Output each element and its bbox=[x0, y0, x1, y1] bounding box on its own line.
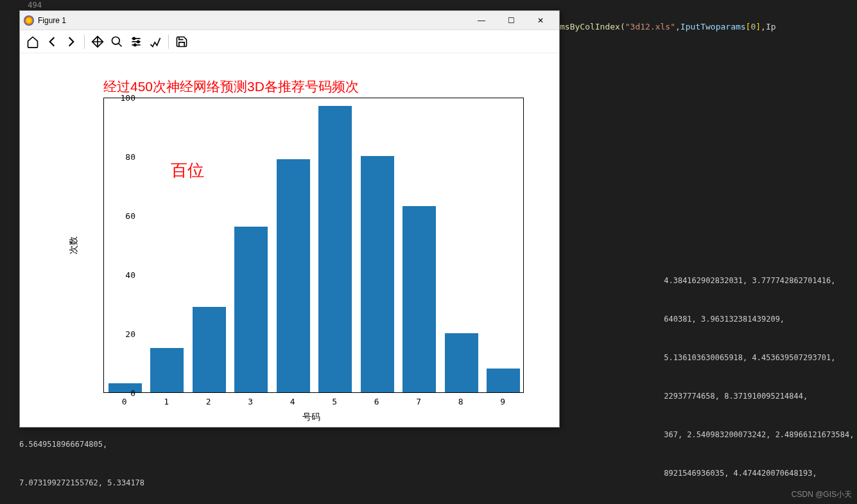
close-button[interactable]: ✕ bbox=[526, 12, 555, 30]
x-tick-label: 2 bbox=[206, 397, 211, 406]
pan-icon[interactable] bbox=[89, 33, 107, 51]
toolbar-separator bbox=[168, 35, 169, 49]
y-tick-label: 80 bbox=[125, 152, 135, 162]
toolbar-separator bbox=[84, 35, 85, 49]
configure-icon[interactable] bbox=[127, 33, 145, 51]
y-axis-label: 次数 bbox=[68, 236, 80, 254]
editor-background: 494 IputTwoparams=(5,5) bbox=[0, 0, 857, 11]
x-tick-label: 4 bbox=[290, 397, 295, 406]
svg-point-0 bbox=[112, 37, 120, 44]
bar bbox=[361, 156, 394, 392]
svg-point-5 bbox=[133, 37, 135, 39]
save-icon[interactable] bbox=[173, 33, 191, 51]
bar bbox=[403, 206, 436, 392]
console-line: 367, 2.540983200073242, 2.48966121673584… bbox=[19, 430, 857, 449]
x-tick-label: 9 bbox=[500, 397, 505, 406]
x-axis-label: 号码 bbox=[302, 412, 320, 423]
y-tick-label: 40 bbox=[125, 270, 135, 280]
back-icon[interactable] bbox=[43, 33, 61, 51]
y-tick-label: 20 bbox=[125, 329, 135, 339]
maximize-button[interactable]: ☐ bbox=[496, 12, 526, 30]
console-line: 8921546936035, 4.474420070648193, 7.0731… bbox=[19, 469, 857, 488]
bar bbox=[108, 383, 142, 392]
code-line: 494 IputTwoparams=(5,5) bbox=[19, 0, 857, 11]
x-tick-label: 0 bbox=[122, 397, 127, 406]
titlebar[interactable]: Figure 1 — ☐ ✕ bbox=[20, 11, 559, 30]
home-icon[interactable] bbox=[24, 33, 42, 51]
x-tick-label: 3 bbox=[248, 397, 253, 406]
matplotlib-icon bbox=[24, 15, 34, 26]
y-tick-label: 60 bbox=[125, 211, 135, 221]
edit-icon[interactable] bbox=[146, 33, 164, 51]
bar bbox=[150, 348, 184, 392]
svg-point-6 bbox=[137, 40, 139, 42]
bar bbox=[487, 369, 520, 392]
bar bbox=[193, 307, 226, 392]
line-number: 494 bbox=[19, 0, 51, 11]
watermark: CSDN @GIS小天 bbox=[792, 489, 852, 500]
bar bbox=[318, 106, 352, 392]
matplotlib-toolbar bbox=[20, 30, 559, 53]
bar bbox=[445, 333, 478, 392]
x-tick-label: 1 bbox=[164, 397, 169, 406]
axis-box bbox=[103, 98, 524, 393]
x-tick-label: 7 bbox=[416, 397, 421, 406]
chart-title: 经过450次神经网络预测3D各推荐号码频次 bbox=[103, 78, 359, 96]
window-title: Figure 1 bbox=[38, 16, 467, 25]
forward-icon[interactable] bbox=[62, 33, 80, 51]
plot-area: 经过450次神经网络预测3D各推荐号码频次 百位 次数 号码 020406080… bbox=[20, 53, 559, 427]
x-tick-label: 8 bbox=[458, 397, 463, 406]
zoom-icon[interactable] bbox=[108, 33, 126, 51]
background-code-snippet: msByColIndex("3d12.xls",IputTwoparams[0]… bbox=[560, 22, 776, 31]
svg-point-7 bbox=[134, 44, 136, 46]
bar bbox=[234, 227, 268, 392]
bar bbox=[277, 159, 310, 392]
x-tick-label: 6 bbox=[374, 397, 379, 406]
svg-line-1 bbox=[119, 43, 122, 46]
y-tick-label: 100 bbox=[121, 93, 135, 103]
x-tick-label: 5 bbox=[332, 397, 337, 406]
code-content: IputTwoparams=(5,5) bbox=[51, 0, 168, 11]
y-tick-label: 0 bbox=[130, 388, 135, 398]
minimize-button[interactable]: — bbox=[467, 12, 496, 30]
figure-window: Figure 1 — ☐ ✕ 经过450次神经网络预测3D各推荐号码频次 百位 … bbox=[19, 10, 560, 428]
